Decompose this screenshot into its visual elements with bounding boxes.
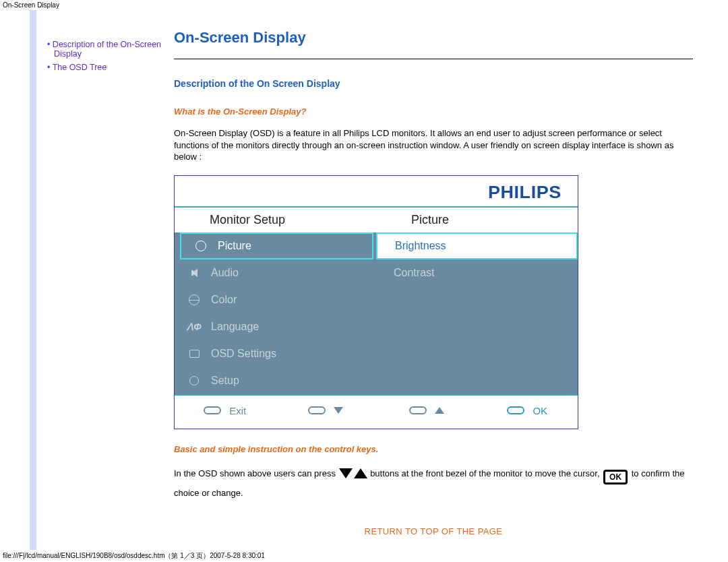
- osd-footer-down: [276, 405, 377, 416]
- oval-button-icon: [409, 406, 427, 414]
- triangle-down-icon: [334, 407, 343, 414]
- osd-right-item-empty: [376, 286, 578, 313]
- main-content: On-Screen Display Description of the On …: [171, 10, 720, 550]
- philips-logo: PHILIPS: [488, 183, 562, 202]
- triangle-up-icon: [435, 407, 444, 414]
- osd-right-item-brightness: Brightness: [376, 232, 578, 259]
- osd-item-label: Color: [211, 294, 237, 306]
- osd-right-item-contrast: Contrast: [376, 259, 578, 286]
- osd-footer-ok: OK: [477, 405, 578, 416]
- rect-icon: [184, 350, 204, 358]
- osd-item-label: Contrast: [394, 267, 434, 279]
- page-title: On-Screen Display: [174, 29, 693, 46]
- osd-item-label: Picture: [218, 240, 251, 252]
- speaker-icon: [184, 269, 204, 277]
- osd-left-item-audio: Audio: [175, 259, 376, 286]
- triangle-down-icon: [339, 468, 353, 478]
- osd-right-item-empty: [376, 340, 578, 367]
- globe-icon: [184, 294, 204, 305]
- osd-item-label: OSD Settings: [211, 348, 276, 360]
- instruction-subheading: Basic and simple instruction on the cont…: [174, 444, 693, 454]
- page-header-text: On-Screen Display: [0, 0, 728, 10]
- intro-paragraph: On-Screen Display (OSD) is a feature in …: [174, 127, 693, 163]
- sidebar-nav: Description of the On-Screen Display The…: [36, 10, 171, 550]
- triangle-up-icon: [354, 468, 367, 478]
- osd-right-item-empty: [376, 313, 578, 340]
- osd-footer-label: OK: [533, 405, 547, 416]
- oval-button-icon: [308, 406, 326, 414]
- osd-right-header: Picture: [376, 208, 578, 232]
- title-divider: [174, 59, 693, 59]
- sun-icon: [191, 241, 211, 251]
- oval-button-icon: [204, 406, 221, 414]
- ok-button-icon: OK: [603, 470, 628, 485]
- return-to-top-link[interactable]: RETURN TO TOP OF THE PAGE: [365, 526, 503, 536]
- gear-icon: [184, 376, 204, 385]
- question-subheading: What is the On-Screen Display?: [174, 106, 693, 117]
- page-frame: Description of the On-Screen Display The…: [30, 10, 720, 550]
- instr-text: In the OSD shown above users can press: [174, 468, 338, 478]
- osd-left-item-picture: Picture: [180, 232, 373, 259]
- section-heading: Description of the On Screen Display: [174, 78, 693, 89]
- osd-footer-label: Exit: [229, 405, 246, 416]
- osd-left-item-setup: Setup: [175, 367, 376, 394]
- instr-text: buttons at the front bezel of the monito…: [370, 468, 602, 478]
- osd-left-header: Monitor Setup: [175, 208, 376, 232]
- osd-item-label: Brightness: [395, 240, 446, 252]
- osd-footer-exit: Exit: [175, 405, 276, 416]
- osd-item-label: Language: [211, 321, 259, 333]
- osd-left-item-color: Color: [175, 286, 376, 313]
- osd-item-label: Audio: [211, 267, 239, 279]
- sidebar-link-osd-tree[interactable]: The OSD Tree: [53, 63, 107, 72]
- osd-screenshot: PHILIPS Monitor Setup Picture Audio: [174, 175, 578, 429]
- instruction-paragraph: In the OSD shown above users can press b…: [174, 465, 693, 502]
- footer-file-path: file:///F|/lcd/manual/ENGLISH/190B8/osd/…: [0, 550, 728, 562]
- osd-left-item-osd-settings: OSD Settings: [175, 340, 376, 367]
- osd-item-label: Setup: [211, 375, 239, 387]
- oval-button-icon: [507, 406, 524, 414]
- osd-footer-up: [376, 405, 477, 416]
- language-icon: ɅΦ: [184, 321, 204, 332]
- osd-left-item-language: ɅΦ Language: [175, 313, 376, 340]
- osd-right-item-empty: [376, 367, 578, 394]
- sidebar-link-description[interactable]: Description of the On-Screen Display: [53, 40, 161, 59]
